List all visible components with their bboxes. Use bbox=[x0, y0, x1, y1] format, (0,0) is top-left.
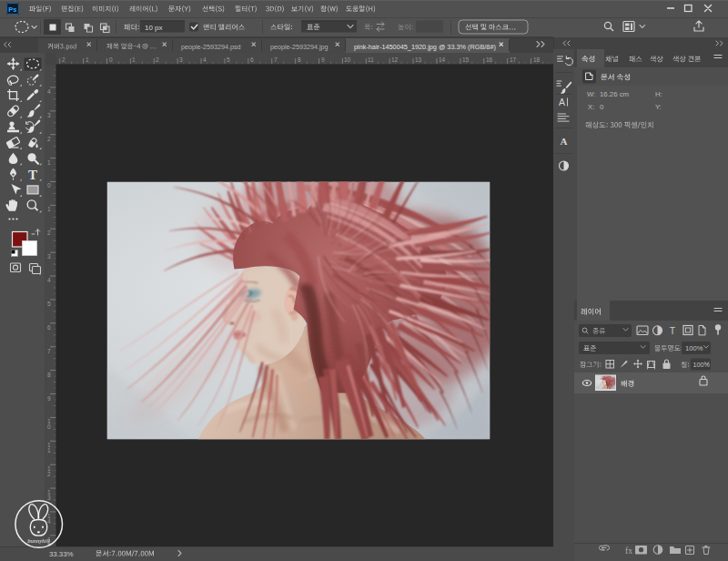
svg-text:bunnyhill: bunnyhill bbox=[27, 537, 50, 544]
svg-text:4: 4 bbox=[47, 518, 51, 525]
svg-text:33.33%: 33.33% bbox=[49, 550, 74, 558]
svg-text:0: 0 bbox=[600, 103, 604, 111]
svg-text:2: 2 bbox=[47, 230, 51, 236]
svg-text:11: 11 bbox=[368, 56, 374, 63]
svg-text:0: 0 bbox=[47, 182, 51, 189]
svg-text:2: 2 bbox=[47, 136, 51, 142]
svg-text:3: 3 bbox=[47, 495, 51, 501]
svg-text:7: 7 bbox=[274, 56, 278, 63]
svg-text:5: 5 bbox=[227, 56, 230, 63]
svg-text:X:: X: bbox=[588, 103, 594, 111]
svg-text:4: 4 bbox=[47, 277, 51, 283]
svg-text:1: 1 bbox=[47, 159, 51, 166]
svg-text:4: 4 bbox=[47, 88, 51, 95]
svg-text:17: 17 bbox=[510, 56, 517, 63]
svg-text:T: T bbox=[670, 325, 676, 336]
svg-text:9: 9 bbox=[321, 56, 325, 63]
svg-text:3: 3 bbox=[47, 112, 51, 118]
svg-text:15: 15 bbox=[462, 56, 470, 63]
svg-text:13: 13 bbox=[415, 56, 422, 63]
svg-text:6: 6 bbox=[250, 56, 254, 63]
svg-text:pink-hair-1450045_1920.jpg @ 3: pink-hair-1450045_1920.jpg @ 33.3% (RGB/… bbox=[354, 43, 496, 51]
svg-text:people-2593294.psd: people-2593294.psd bbox=[181, 43, 241, 51]
svg-text:0: 0 bbox=[109, 56, 113, 63]
svg-text:100%: 100% bbox=[685, 344, 703, 352]
svg-text:fx: fx bbox=[625, 546, 632, 556]
svg-text:9: 9 bbox=[47, 395, 51, 402]
svg-text:10 px: 10 px bbox=[145, 24, 163, 32]
svg-text:10: 10 bbox=[344, 56, 351, 63]
svg-text:A: A bbox=[559, 97, 565, 107]
svg-text:1: 1 bbox=[47, 206, 51, 212]
svg-text:5: 5 bbox=[47, 301, 51, 307]
svg-text:2: 2 bbox=[156, 56, 159, 63]
svg-text:7: 7 bbox=[47, 348, 51, 354]
svg-text:A: A bbox=[561, 136, 568, 147]
svg-text:T: T bbox=[28, 168, 37, 182]
svg-text:1: 1 bbox=[86, 56, 89, 63]
svg-text:14: 14 bbox=[439, 56, 446, 63]
svg-text:Ps: Ps bbox=[8, 5, 16, 14]
svg-text:8: 8 bbox=[298, 56, 301, 63]
svg-text:18: 18 bbox=[533, 56, 541, 63]
svg-text:1: 1 bbox=[132, 56, 136, 63]
svg-text:100%: 100% bbox=[693, 361, 711, 369]
svg-text:3: 3 bbox=[179, 56, 183, 63]
svg-text:H:: H: bbox=[655, 90, 662, 98]
svg-text:W:: W: bbox=[587, 90, 595, 98]
svg-text:4: 4 bbox=[203, 56, 207, 63]
svg-text:people-2593294.jpg: people-2593294.jpg bbox=[270, 43, 329, 51]
svg-text:6: 6 bbox=[47, 324, 51, 331]
svg-text:8: 8 bbox=[47, 372, 51, 378]
svg-text:16.26 cm: 16.26 cm bbox=[600, 90, 629, 98]
svg-text:0: 0 bbox=[47, 423, 51, 430]
svg-text:3: 3 bbox=[47, 253, 51, 260]
svg-text:1: 1 bbox=[47, 447, 51, 454]
svg-text:12: 12 bbox=[391, 56, 399, 63]
svg-text:2: 2 bbox=[47, 471, 51, 477]
svg-text:16: 16 bbox=[486, 56, 493, 63]
svg-text:Y:: Y: bbox=[655, 103, 662, 111]
svg-text:2: 2 bbox=[62, 56, 66, 63]
